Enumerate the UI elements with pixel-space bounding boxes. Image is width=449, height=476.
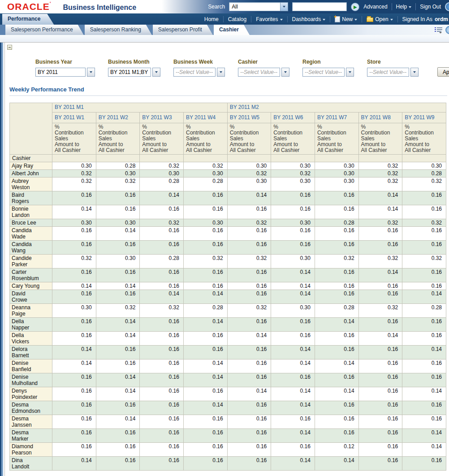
value-cell: 0.16 [358,318,402,332]
value-cell: 0.16 [140,429,184,443]
value-cell: 0.32 [183,255,227,268]
value-cell: 0.16 [140,415,184,429]
value-cell: 0.14 [271,282,315,290]
chevron-down-icon[interactable] [281,68,289,77]
global-header: ORACLE’ Business Intelligence Search All… [0,0,449,13]
cashier-name-cell: Deanna Paige [10,304,52,318]
search-scope-select[interactable]: All [229,2,288,11]
value-cell: 0.32 [96,304,140,318]
chevron-down-icon[interactable] [410,68,419,77]
chevron-down-icon[interactable] [280,3,288,11]
prompt-combobox-business-year[interactable]: BY 2011 [35,68,95,77]
table-row: Della Vickers0.160.140.160.160.140.160.1… [10,332,446,346]
value-cell: 0.16 [358,401,402,415]
prompt-label: Store [367,59,419,65]
chevron-down-icon[interactable] [152,68,160,77]
search-input[interactable] [292,2,347,11]
prompt-combobox-business-week[interactable]: --Select Value-- [173,68,225,77]
column-header-week: BY 2011 W3 [140,113,184,123]
cashier-name-cell: Dina Landolt [10,457,52,471]
value-cell: 0.16 [358,387,402,401]
value-cell: 0.16 [227,359,271,373]
value-cell: 0.16 [358,290,402,304]
prompt-value: --Select Value-- [238,69,279,75]
value-cell: 0.16 [183,457,227,471]
row-dimension-header-filler [402,155,446,162]
prompt-value-box[interactable]: BY 2011 M1;BY [108,68,151,77]
prompt-value-box[interactable]: --Select Value-- [302,68,345,77]
search-go-button[interactable]: ▶ [351,3,359,11]
prompt-value-box[interactable]: --Select Value-- [173,68,216,77]
value-cell: 0.16 [52,318,96,332]
column-header-week: BY 2011 W5 [227,113,271,123]
value-cell: 0.32 [358,177,402,191]
nav-item-new[interactable]: ★New [335,16,357,22]
prompt-value: --Select Value-- [174,69,215,75]
apply-button[interactable]: Apply [437,67,449,77]
collapse-section-button[interactable] [7,45,12,50]
prompt-value-box[interactable]: --Select Value-- [238,68,280,77]
column-header-measure: % Contribution Sales Amount to All Cashi… [227,123,271,155]
prompt-value: BY 2011 [36,69,60,75]
tab-salesperson-profit[interactable]: Salesperson Profit [153,25,213,35]
value-cell: 0.16 [271,191,315,205]
value-cell: 0.16 [96,401,140,415]
help-menu[interactable]: Help [396,4,412,10]
prompt-store: Store--Select Value-- [367,59,419,77]
value-cell: 0.16 [402,191,446,205]
value-cell: 0.16 [140,359,184,373]
value-cell: 0.16 [315,346,358,359]
cashier-name-cell: Candida Wang [10,241,52,255]
page-options-icon[interactable] [435,27,443,33]
divider [362,16,362,22]
value-cell: 0.16 [358,415,402,429]
table-row: Dina Landolt0.140.160.160.160.160.140.14… [10,457,446,471]
value-cell: 0.16 [227,346,271,359]
column-header-measure: % Contribution Sales Amount to All Cashi… [52,123,96,155]
tab-cashier[interactable]: Cashier [214,25,250,35]
nav-item-catalog[interactable]: Catalog [228,16,246,22]
chevron-down-icon[interactable] [346,68,354,77]
minus-icon [9,47,11,48]
nav-item-dashboards[interactable]: Dashboards [292,16,326,22]
prompt-combobox-store[interactable]: --Select Value-- [367,68,419,77]
value-cell: 0.16 [315,332,358,346]
value-cell: 0.30 [52,162,96,170]
value-cell: 0.16 [402,457,446,471]
column-header-measure: % Contribution Sales Amount to All Cashi… [315,123,358,155]
value-cell: 0.14 [271,401,315,415]
nav-item-open[interactable]: Open [367,16,393,22]
column-header-week: BY 2011 W9 [402,113,446,123]
prompt-value-box[interactable]: BY 2011 [35,68,86,77]
dashboard-tab-performance[interactable]: Performance [2,14,54,25]
chevron-down-icon[interactable] [87,68,95,77]
value-cell: 0.14 [227,191,271,205]
prompt-combobox-business-month[interactable]: BY 2011 M1;BY [108,68,160,77]
table-row: Delora Barnett0.140.160.160.160.160.140.… [10,346,446,359]
value-cell: 0.16 [315,429,358,443]
value-cell: 0.16 [227,443,271,457]
cropped-circle-icon [445,26,449,34]
value-cell: 0.16 [402,318,446,332]
value-cell: 0.14 [315,457,358,471]
prompt-combobox-region[interactable]: --Select Value-- [302,68,354,77]
row-dimension-header-filler [96,155,140,162]
tab-salesperson-ranking[interactable]: Salesperson Ranking [85,25,152,35]
prompt-value-box[interactable]: --Select Value-- [367,68,409,77]
advanced-link[interactable]: Advanced [363,4,387,10]
nav-item-favorites[interactable]: Favorites [256,16,282,22]
divider [330,16,330,22]
chevron-down-icon[interactable] [217,68,225,77]
signed-in-user: ordm [435,16,448,22]
table-row: Candide Parker0.320.300.280.320.320.300.… [10,255,446,268]
tab-salesperson-performance[interactable]: Salesperson Performance [5,25,84,35]
nav-item-home[interactable]: Home [204,16,219,22]
new-document-icon: ★ [335,16,340,22]
value-cell: 0.14 [402,290,446,304]
cropped-circle-icon [445,2,449,11]
value-cell: 0.16 [227,268,271,282]
prompt-label: Cashier [238,59,289,65]
value-cell: 0.16 [271,443,315,457]
prompt-combobox-cashier[interactable]: --Select Value-- [238,68,289,77]
sign-out-link[interactable]: Sign Out [420,4,441,10]
